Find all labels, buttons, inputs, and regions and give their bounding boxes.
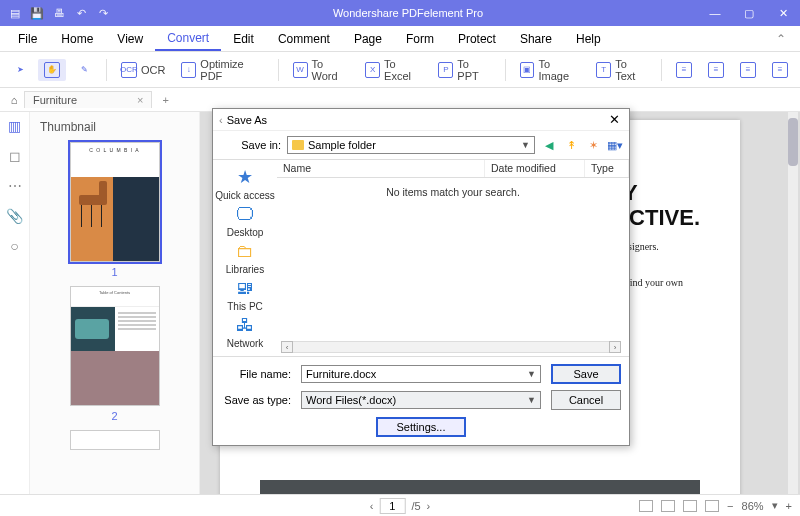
left-rail: ▥ ◻ ⋯ 📎 ○: [0, 112, 30, 494]
thumbnail-header: Thumbnail: [30, 118, 199, 142]
view-facing-continuous-icon[interactable]: [705, 500, 719, 512]
toolbar: ➤ ✋ ✎ OCROCR ↓Optimize PDF WTo Word XTo …: [0, 52, 800, 88]
comments-icon[interactable]: ⋯: [8, 178, 22, 194]
cancel-button[interactable]: Cancel: [551, 390, 621, 410]
thumbnail-page-1[interactable]: C O L U M B I A 1: [70, 142, 160, 278]
save-button[interactable]: Save: [551, 364, 621, 384]
dialog-back-icon[interactable]: ‹: [219, 114, 223, 126]
page-input[interactable]: [379, 498, 405, 514]
empty-message: No items match your search.: [386, 186, 520, 198]
scrollbar-track[interactable]: [788, 112, 798, 494]
scroll-right-icon[interactable]: ›: [609, 341, 621, 353]
to-word-button[interactable]: WTo Word: [287, 55, 356, 85]
menu-form[interactable]: Form: [394, 28, 446, 50]
edit-tool[interactable]: ✎: [70, 59, 98, 81]
nav-views-icon[interactable]: ▦▾: [607, 137, 623, 153]
place-quick-access[interactable]: ★Quick access: [215, 166, 274, 201]
col-date[interactable]: Date modified: [485, 160, 585, 177]
zoom-dropdown-icon[interactable]: ▾: [772, 499, 778, 512]
place-libraries[interactable]: 🗀Libraries: [226, 240, 264, 275]
dialog-title: Save As: [227, 114, 605, 126]
dialog-close-button[interactable]: ✕: [605, 112, 623, 127]
filename-field[interactable]: Furniture.docx▼: [301, 365, 541, 383]
save-as-dialog: ‹ Save As ✕ Save in: Sample folder ▼ ◀ ↟…: [212, 108, 630, 446]
menu-protect[interactable]: Protect: [446, 28, 508, 50]
thumbnails-icon[interactable]: ▥: [8, 118, 21, 134]
place-network[interactable]: 🖧Network: [227, 314, 264, 349]
zoom-out-icon[interactable]: −: [727, 500, 733, 512]
place-desktop[interactable]: 🖵Desktop: [227, 203, 264, 238]
col-type[interactable]: Type: [585, 160, 629, 177]
maximize-button[interactable]: ▢: [732, 0, 766, 26]
folder-icon: [292, 140, 304, 150]
to-epub-button[interactable]: ≡: [670, 59, 698, 81]
tab-close-icon[interactable]: ×: [137, 94, 143, 106]
view-single-icon[interactable]: [639, 500, 653, 512]
redo-icon[interactable]: ↷: [96, 6, 110, 20]
places-bar: ★Quick access 🖵Desktop 🗀Libraries 🖳This …: [213, 160, 277, 356]
scrollbar-thumb[interactable]: [788, 118, 798, 166]
menu-share[interactable]: Share: [508, 28, 564, 50]
page-total: /5: [411, 500, 420, 512]
scroll-left-icon[interactable]: ‹: [281, 341, 293, 353]
thumbnail-page-3[interactable]: [70, 430, 160, 450]
prev-page-icon[interactable]: ‹: [370, 500, 374, 512]
title-bar: ▤ 💾 🖶 ↶ ↷ Wondershare PDFelement Pro — ▢…: [0, 0, 800, 26]
nav-up-icon[interactable]: ↟: [563, 137, 579, 153]
bookmarks-icon[interactable]: ◻: [9, 148, 21, 164]
to-text-button[interactable]: TTo Text: [590, 55, 653, 85]
nav-newfolder-icon[interactable]: ✶: [585, 137, 601, 153]
to-image-button[interactable]: ▣To Image: [514, 55, 587, 85]
select-tool[interactable]: ➤: [6, 59, 34, 81]
menu-help[interactable]: Help: [564, 28, 613, 50]
status-bar: ‹ /5 › − 86% ▾ +: [0, 494, 800, 516]
optimize-button[interactable]: ↓Optimize PDF: [175, 55, 269, 85]
nav-back-icon[interactable]: ◀: [541, 137, 557, 153]
ocr-button[interactable]: OCROCR: [115, 59, 171, 81]
attachments-icon[interactable]: 📎: [6, 208, 23, 224]
app-icon: ▤: [8, 6, 22, 20]
menu-comment[interactable]: Comment: [266, 28, 342, 50]
to-html-button[interactable]: ≡: [702, 59, 730, 81]
file-list: Name Date modified Type No items match y…: [277, 160, 629, 356]
menu-page[interactable]: Page: [342, 28, 394, 50]
close-button[interactable]: ✕: [766, 0, 800, 26]
minimize-button[interactable]: —: [698, 0, 732, 26]
savein-value: Sample folder: [308, 139, 376, 151]
home-icon[interactable]: ⌂: [4, 94, 24, 106]
tab-label: Furniture: [33, 94, 77, 106]
save-icon[interactable]: 💾: [30, 6, 44, 20]
add-tab-button[interactable]: +: [152, 94, 178, 106]
menu-edit[interactable]: Edit: [221, 28, 266, 50]
to-other-button[interactable]: ≡: [766, 59, 794, 81]
menu-home[interactable]: Home: [49, 28, 105, 50]
saveastype-field[interactable]: Word Files(*.docx)▼: [301, 391, 541, 409]
menu-bar: File Home View Convert Edit Comment Page…: [0, 26, 800, 52]
doc-image: [260, 480, 700, 494]
chevron-down-icon: ▼: [521, 140, 530, 150]
collapse-ribbon-icon[interactable]: ⌃: [768, 32, 794, 46]
zoom-in-icon[interactable]: +: [786, 500, 792, 512]
place-this-pc[interactable]: 🖳This PC: [227, 277, 263, 312]
savein-combo[interactable]: Sample folder ▼: [287, 136, 535, 154]
view-continuous-icon[interactable]: [661, 500, 675, 512]
to-ppt-button[interactable]: PTo PPT: [432, 55, 496, 85]
undo-icon[interactable]: ↶: [74, 6, 88, 20]
saveastype-label: Save as type:: [221, 394, 291, 406]
to-rtf-button[interactable]: ≡: [734, 59, 762, 81]
thumbnail-page-2[interactable]: Table of Contents 2: [70, 286, 160, 422]
document-tab[interactable]: Furniture ×: [24, 91, 152, 108]
settings-button[interactable]: Settings...: [376, 417, 466, 437]
next-page-icon[interactable]: ›: [427, 500, 431, 512]
horizontal-scrollbar[interactable]: ‹ ›: [281, 340, 621, 354]
hand-tool[interactable]: ✋: [38, 59, 66, 81]
print-icon[interactable]: 🖶: [52, 6, 66, 20]
menu-convert[interactable]: Convert: [155, 27, 221, 51]
zoom-value: 86%: [742, 500, 764, 512]
menu-file[interactable]: File: [6, 28, 49, 50]
search-panel-icon[interactable]: ○: [10, 238, 18, 254]
col-name[interactable]: Name: [277, 160, 485, 177]
menu-view[interactable]: View: [105, 28, 155, 50]
view-facing-icon[interactable]: [683, 500, 697, 512]
to-excel-button[interactable]: XTo Excel: [359, 55, 428, 85]
